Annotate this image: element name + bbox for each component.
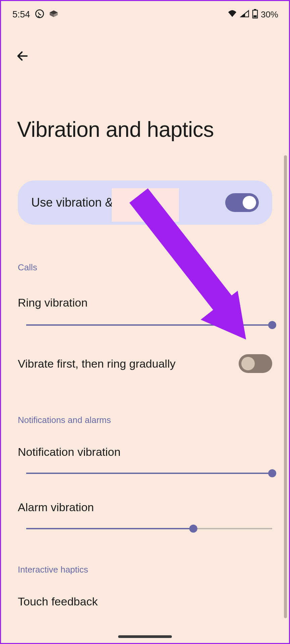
status-time: 5:54: [12, 9, 30, 20]
signal-icon: [240, 10, 249, 19]
slider-thumb[interactable]: [189, 525, 197, 533]
alarm-vibration-slider[interactable]: [26, 528, 272, 529]
section-header-calls: Calls: [18, 262, 289, 273]
battery-percent: 30%: [261, 9, 278, 20]
alarm-vibration-label: Alarm vibration: [18, 501, 289, 514]
ring-vibration-slider[interactable]: [26, 324, 272, 326]
slider-thumb[interactable]: [268, 469, 276, 477]
slider-fill: [26, 528, 193, 529]
status-right: 30%: [227, 9, 278, 20]
back-button[interactable]: [14, 48, 31, 64]
battery-icon: [252, 9, 258, 20]
section-header-interactive: Interactive haptics: [18, 565, 289, 575]
status-bar: 5:54: [1, 1, 289, 24]
touch-feedback-label: Touch feedback: [18, 595, 289, 608]
slider-thumb[interactable]: [268, 321, 276, 329]
status-left: 5:54: [12, 9, 58, 20]
wifi-icon: [227, 10, 237, 19]
package-icon: [49, 10, 58, 19]
section-header-notifications: Notifications and alarms: [18, 415, 289, 425]
vibrate-first-toggle[interactable]: [239, 354, 272, 373]
navigation-handle[interactable]: [118, 635, 172, 638]
vibrate-first-label: Vibrate first, then ring gradually: [18, 357, 176, 370]
annotation-overlay-box: [112, 188, 179, 222]
main-toggle-switch[interactable]: [225, 193, 259, 212]
scroll-indicator[interactable]: [284, 155, 287, 618]
svg-rect-3: [253, 15, 256, 17]
notification-vibration-slider[interactable]: [26, 473, 272, 474]
vibrate-first-row[interactable]: Vibrate first, then ring gradually: [18, 354, 272, 373]
ring-vibration-label: Ring vibration: [18, 296, 289, 309]
whatsapp-icon: [35, 9, 44, 20]
page-title: Vibration and haptics: [17, 117, 289, 142]
slider-empty: [193, 528, 272, 529]
svg-point-0: [36, 10, 43, 17]
notification-vibration-label: Notification vibration: [18, 445, 289, 459]
